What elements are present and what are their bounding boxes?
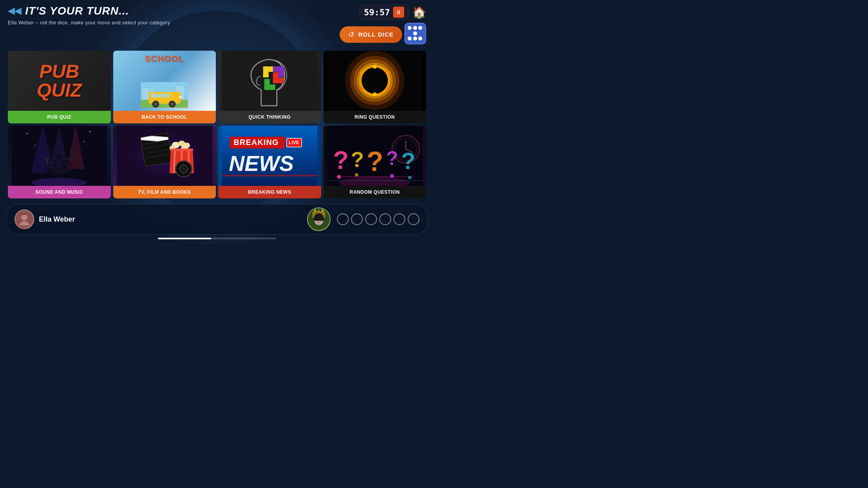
sound-music-svg (8, 126, 111, 186)
quick-thinking-label: QUICK THINKING (218, 111, 321, 123)
svg-point-38 (386, 87, 390, 90)
breaking-news-svg: BREAKING LIVE NEWS (218, 126, 321, 186)
svg-text:?: ? (351, 147, 364, 172)
svg-point-49 (44, 163, 53, 167)
ring-question-image (324, 51, 427, 111)
home-icon: 🏠 (412, 6, 426, 18)
svg-rect-9 (164, 94, 169, 97)
player-info: Ella Weber (15, 209, 75, 229)
svg-rect-23 (264, 84, 270, 90)
roll-dice-label: ROLL DICE (358, 31, 394, 38)
home-button[interactable]: 🏠 (412, 6, 426, 19)
quick-thinking-image (218, 51, 321, 111)
score-circle-4 (379, 213, 391, 225)
player-avatar-svg (15, 209, 33, 229)
header-left: ◀◀ IT'S YOUR TURN... Ella Weber – roll t… (8, 5, 170, 26)
svg-point-103 (390, 174, 394, 178)
svg-rect-19 (273, 72, 278, 78)
svg-point-40 (360, 87, 363, 90)
roll-icon: ↺ (348, 30, 354, 39)
svg-point-56 (89, 131, 91, 132)
svg-point-54 (56, 154, 62, 160)
player-bar: Ella Weber (6, 204, 428, 235)
back-to-school-image: SCHOOL (113, 51, 216, 111)
school-content: SCHOOL (113, 51, 216, 111)
dice-dot-3 (418, 26, 422, 30)
breaking-news-label: BREAKING NEWS (218, 186, 321, 198)
svg-rect-21 (278, 78, 284, 83)
category-tv-film[interactable]: TV, FILM AND BOOKS (113, 126, 216, 198)
pub-quiz-label: PUB QUIZ (8, 111, 111, 123)
player-name: Ella Weber (39, 215, 75, 224)
tv-film-image (113, 126, 216, 186)
dice-dot-empty-2 (418, 31, 423, 36)
svg-point-37 (386, 71, 390, 74)
timer-box: 59:57 ⏸ (360, 5, 408, 20)
sound-music-image (8, 126, 111, 186)
dice-visual (405, 23, 426, 44)
player-right (307, 207, 419, 231)
ring-question-svg (324, 51, 427, 111)
svg-point-101 (337, 175, 341, 179)
pub-text: PUB (37, 62, 82, 81)
progress-bar-container (158, 238, 276, 239)
category-back-to-school[interactable]: SCHOOL (113, 51, 216, 123)
svg-point-11 (154, 103, 157, 106)
timer-display: 59:57 (364, 7, 390, 17)
svg-point-52 (64, 163, 72, 166)
svg-point-58 (84, 141, 85, 142)
svg-point-102 (355, 173, 358, 176)
dice-dot-4 (413, 31, 417, 35)
svg-point-13 (171, 103, 174, 106)
category-pub-quiz[interactable]: PUB QUIZ PUB QUIZ (8, 51, 111, 123)
score-circle-5 (394, 213, 405, 225)
svg-rect-16 (263, 66, 268, 72)
svg-rect-8 (157, 94, 163, 97)
svg-text:NEWS: NEWS (229, 151, 294, 176)
player-avatar-2-svg (308, 207, 330, 231)
svg-rect-20 (273, 78, 278, 83)
quiz-text: QUIZ (37, 81, 82, 100)
svg-point-39 (373, 92, 377, 96)
svg-point-79 (182, 167, 185, 171)
dice-dot-6 (413, 37, 417, 40)
score-circle-2 (351, 213, 363, 225)
turn-title: IT'S YOUR TURN... (25, 5, 129, 17)
subtitle: Ella Weber – roll the dice, make your mo… (8, 20, 170, 26)
svg-point-35 (363, 69, 386, 92)
pub-quiz-text: PUB QUIZ (37, 62, 82, 100)
svg-rect-91 (222, 175, 317, 176)
score-circle-6 (408, 213, 419, 225)
svg-rect-76 (171, 149, 193, 151)
svg-rect-14 (179, 96, 182, 98)
school-title-text: SCHOOL (145, 54, 184, 64)
header: ◀◀ IT'S YOUR TURN... Ella Weber – roll t… (0, 0, 434, 44)
svg-rect-26 (278, 66, 284, 72)
category-ring-question[interactable]: RING QUESTION (324, 51, 427, 123)
dice-dot-1 (408, 26, 412, 30)
category-quick-thinking[interactable]: QUICK THINKING (218, 51, 321, 123)
svg-point-55 (26, 133, 28, 134)
roll-dice-button[interactable]: ↺ ROLL DICE (340, 26, 402, 43)
player-avatar-2 (307, 207, 331, 231)
player-avatar (15, 209, 34, 229)
ring-question-label: RING QUESTION (324, 111, 427, 123)
quick-thinking-svg (218, 51, 321, 111)
random-question-svg: ? ? ? ? ? (324, 126, 427, 186)
svg-text:?: ? (333, 146, 349, 174)
category-sound-music[interactable]: SOUND AND MUSIC (8, 126, 111, 198)
breaking-news-image: BREAKING LIVE NEWS (218, 126, 321, 186)
tv-film-label: TV, FILM AND BOOKS (113, 186, 216, 198)
category-breaking-news[interactable]: BREAKING LIVE NEWS BREAKING NEWS (218, 126, 321, 198)
random-question-image: ? ? ? ? ? (324, 126, 427, 186)
svg-rect-25 (273, 66, 278, 72)
pub-quiz-image: PUB QUIZ (8, 51, 111, 111)
dice-dot-empty-1 (408, 31, 412, 36)
random-question-label: RANDOM QUESTION (324, 186, 427, 198)
dice-dot-7 (418, 37, 422, 40)
score-circle-3 (365, 213, 377, 225)
svg-point-41 (360, 71, 363, 74)
category-random-question[interactable]: ? ? ? ? ? RANDOM QUESTION (324, 126, 427, 198)
pause-button[interactable]: ⏸ (393, 7, 404, 18)
svg-rect-1 (143, 88, 149, 100)
